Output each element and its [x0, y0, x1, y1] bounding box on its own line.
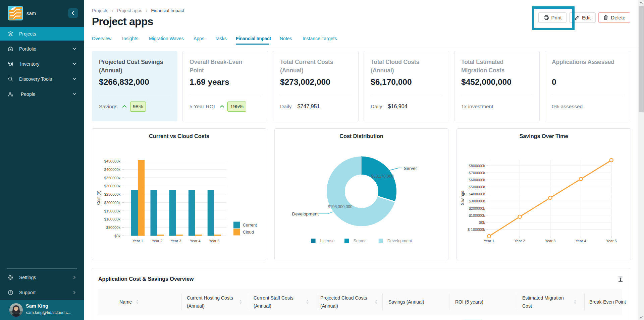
svg-text:$83,170,000: $83,170,000 — [371, 174, 394, 179]
svg-text:Year 1: Year 1 — [132, 239, 143, 243]
svg-text:Year 1: Year 1 — [484, 239, 494, 243]
svg-text:$200000k: $200000k — [469, 206, 485, 210]
svg-text:Year 5: Year 5 — [209, 239, 219, 243]
svg-text:$200000k: $200000k — [104, 201, 121, 205]
svg-text:$300000k: $300000k — [104, 184, 121, 188]
svg-text:Cost ($): Cost ($) — [96, 191, 101, 205]
svg-text:$0k: $0k — [114, 234, 120, 238]
svg-text:$100000k: $100000k — [104, 217, 121, 221]
svg-text:$450000k: $450000k — [104, 159, 121, 163]
svg-text:Development: Development — [292, 211, 319, 216]
svg-text:Cloud: Cloud — [243, 230, 254, 235]
svg-text:$400000k: $400000k — [104, 168, 121, 172]
svg-text:Year 3: Year 3 — [171, 239, 181, 243]
svg-text:Year 2: Year 2 — [152, 239, 162, 243]
svg-text:$50000k: $50000k — [106, 226, 121, 230]
svg-text:$250000k: $250000k — [104, 192, 121, 196]
svg-text:$800000k: $800000k — [469, 164, 485, 168]
svg-text:$-100000k: $-100000k — [468, 228, 485, 232]
svg-text:$500000k: $500000k — [469, 185, 485, 189]
svg-text:$300000k: $300000k — [469, 199, 485, 203]
svg-text:Year 2: Year 2 — [515, 239, 525, 243]
svg-text:$600000k: $600000k — [469, 178, 485, 182]
svg-text:Development: Development — [387, 239, 412, 243]
svg-text:Year 3: Year 3 — [545, 239, 555, 243]
svg-text:Year 4: Year 4 — [576, 239, 586, 243]
svg-text:$350000k: $350000k — [104, 176, 121, 180]
svg-text:$150000k: $150000k — [104, 209, 121, 213]
svg-text:$400000k: $400000k — [469, 192, 485, 196]
svg-text:Year 4: Year 4 — [190, 239, 200, 243]
svg-text:$700000k: $700000k — [469, 171, 485, 175]
svg-text:Server: Server — [354, 239, 366, 243]
svg-text:License: License — [320, 239, 335, 243]
svg-text:Server: Server — [404, 166, 417, 171]
svg-text:$196,000,000: $196,000,000 — [328, 204, 353, 209]
svg-text:Current: Current — [243, 223, 257, 228]
svg-text:$0k: $0k — [479, 220, 485, 225]
svg-text:Savings: Savings — [460, 191, 465, 205]
svg-text:Year 5: Year 5 — [606, 239, 616, 243]
svg-text:$100000k: $100000k — [469, 213, 485, 217]
